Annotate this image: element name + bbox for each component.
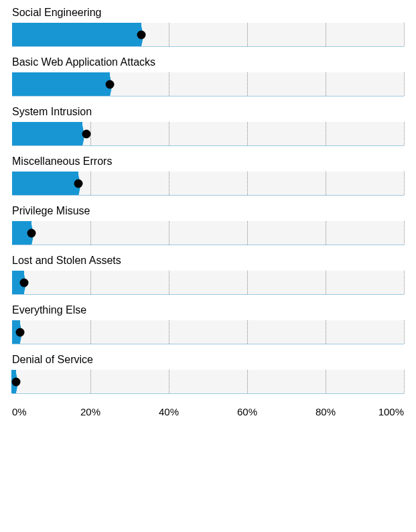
point-marker	[19, 278, 28, 287]
axis-tick-label: 20%	[80, 406, 100, 417]
category-label: Basic Web Application Attacks	[12, 56, 404, 68]
chart-row: Miscellaneous Errors	[12, 155, 404, 196]
chart-row: Social Engineering	[12, 7, 404, 47]
bar-track	[12, 271, 404, 295]
chart-row: Everything Else	[12, 304, 404, 344]
chart-row: Basic Web Application Attacks	[12, 56, 404, 96]
category-label: System Intrusion	[12, 106, 404, 118]
category-label: Social Engineering	[12, 7, 404, 19]
x-axis: 0%20%40%60%80%100%	[12, 403, 404, 422]
axis-tick-label: 60%	[237, 406, 257, 417]
point-marker	[11, 377, 20, 386]
chart-row: Denial of Service	[12, 354, 404, 394]
axis-tick-label: 0%	[12, 406, 27, 417]
bar-track	[12, 221, 404, 245]
point-marker	[82, 129, 91, 138]
bar-fill	[12, 72, 110, 96]
axis-tick-label: 80%	[316, 406, 336, 417]
point-marker	[106, 80, 115, 88]
bar-fill	[12, 172, 78, 195]
point-marker	[74, 179, 83, 188]
point-marker	[15, 328, 24, 336]
point-marker	[137, 30, 146, 39]
chart-row: System Intrusion	[12, 106, 404, 146]
bar-fill	[12, 23, 141, 46]
chart-row: Privilege Misuse	[12, 205, 404, 245]
bar-chart: Social EngineeringBasic Web Application …	[12, 7, 404, 422]
axis-tick-label: 100%	[378, 406, 404, 417]
chart-row: Lost and Stolen Assets	[12, 255, 404, 295]
point-marker	[27, 228, 36, 237]
axis-tick-label: 40%	[159, 406, 179, 417]
bar-track	[12, 320, 404, 344]
bar-track	[12, 23, 404, 47]
bar-track	[12, 72, 404, 96]
bar-track	[12, 370, 404, 394]
bar-track	[12, 172, 404, 196]
category-label: Denial of Service	[12, 354, 404, 366]
category-label: Privilege Misuse	[12, 205, 404, 217]
category-label: Miscellaneous Errors	[12, 155, 404, 168]
bar-fill	[12, 122, 82, 145]
category-label: Everything Else	[12, 304, 404, 316]
category-label: Lost and Stolen Assets	[12, 255, 404, 267]
bar-track	[12, 122, 404, 146]
